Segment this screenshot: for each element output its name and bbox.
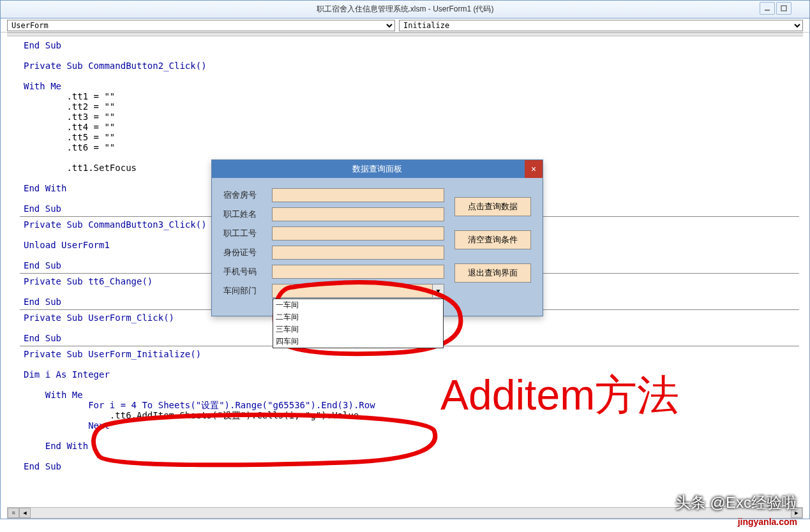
maximize-button[interactable]: [776, 2, 791, 15]
combo-option[interactable]: 四车间: [273, 336, 443, 348]
code-line[interactable]: End Sub: [24, 40, 803, 50]
code-line[interactable]: .tt4 = "": [24, 122, 803, 132]
combo-option[interactable]: 三车间: [273, 323, 443, 336]
code-line[interactable]: [24, 380, 803, 390]
view-full-icon[interactable]: ≡: [8, 508, 19, 518]
empno-input[interactable]: [272, 226, 444, 240]
chevron-down-icon[interactable]: ▼: [432, 284, 444, 297]
code-line[interactable]: With Me: [24, 390, 803, 400]
object-dropdown[interactable]: UserForm: [7, 20, 395, 31]
code-line[interactable]: With Me: [24, 81, 803, 91]
idno-input[interactable]: [272, 246, 444, 260]
minimize-button[interactable]: [760, 2, 775, 15]
code-line[interactable]: [24, 71, 803, 81]
code-line[interactable]: Private Sub UserForm_Initialize(): [24, 349, 803, 359]
code-line[interactable]: Next: [24, 420, 803, 431]
close-icon[interactable]: ×: [525, 160, 543, 178]
code-line[interactable]: End With: [24, 441, 803, 451]
code-line[interactable]: [24, 431, 803, 441]
window-title: 职工宿舍入住信息管理系统.xlsm - UserForm1 (代码): [317, 4, 494, 15]
empno-label: 职工工号: [223, 228, 264, 239]
code-line[interactable]: Dim i As Integer: [24, 369, 803, 380]
phone-label: 手机号码: [223, 266, 264, 277]
code-line[interactable]: [24, 451, 803, 461]
annotation-label: Additem方法: [440, 367, 679, 424]
code-line[interactable]: [24, 359, 803, 369]
dept-label: 车间部门: [223, 285, 264, 297]
procedure-dropdown[interactable]: Initialize: [399, 20, 803, 31]
idno-label: 身份证号: [223, 247, 264, 258]
code-line[interactable]: .tt1 = "": [24, 91, 803, 101]
title-bar[interactable]: 职工宿舍入住信息管理系统.xlsm - UserForm1 (代码): [1, 1, 809, 18]
clear-button[interactable]: 清空查询条件: [454, 230, 531, 249]
code-line[interactable]: End Sub: [24, 461, 803, 471]
scroll-left-icon[interactable]: ◄: [19, 508, 31, 518]
code-line[interactable]: .tt2 = "": [24, 101, 803, 112]
combo-option[interactable]: 二车间: [273, 311, 443, 323]
room-input[interactable]: [272, 188, 444, 202]
watermark-bottom: jingyanla.com: [738, 517, 797, 527]
query-button[interactable]: 点击查询数据: [454, 197, 531, 216]
dept-combo-list[interactable]: 一车间 二车间 三车间 四车间: [273, 299, 444, 348]
code-line[interactable]: .tt5 = "": [24, 132, 803, 142]
phone-input[interactable]: [272, 265, 444, 279]
code-line[interactable]: Private Sub CommandButton2_Click(): [24, 61, 803, 71]
query-panel-dialog: 数据查询面板 × 宿舍房号 职工姓名 职工工号 身份证号 手机号码: [211, 159, 543, 316]
watermark-top: 头条 @Exc经验啦: [675, 492, 797, 513]
room-label: 宿舍房号: [223, 189, 264, 201]
svg-rect-1: [781, 6, 786, 11]
code-line[interactable]: .tt3 = "": [24, 112, 803, 122]
code-line[interactable]: .tt6 = "": [24, 142, 803, 152]
code-line[interactable]: For i = 4 To Sheets("设置").Range("g65536"…: [24, 400, 803, 410]
exit-button[interactable]: 退出查询界面: [454, 263, 531, 283]
code-line[interactable]: .tt6.AddItem Sheets("设置").Cells(i, "g").…: [24, 410, 803, 420]
name-input[interactable]: [272, 207, 444, 221]
dialog-title: 数据查询面板: [352, 163, 402, 175]
object-proc-bar: UserForm Initialize: [1, 18, 809, 33]
name-label: 职工姓名: [223, 209, 264, 220]
code-line[interactable]: [24, 50, 803, 61]
dept-combobox[interactable]: ▼ 一车间 二车间 三车间 四车间: [272, 284, 444, 298]
dialog-title-bar[interactable]: 数据查询面板 ×: [212, 160, 543, 178]
combo-option[interactable]: 一车间: [273, 299, 443, 311]
